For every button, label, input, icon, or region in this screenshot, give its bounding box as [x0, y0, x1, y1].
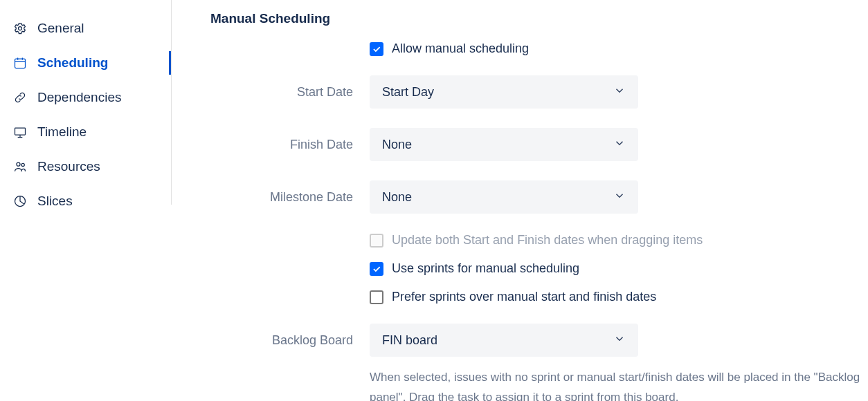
backlog-help-text: When selected, issues with no sprint or … — [370, 368, 868, 401]
start-date-label: Start Date — [210, 85, 370, 100]
link-icon — [12, 90, 28, 105]
milestone-date-label: Milestone Date — [210, 190, 370, 205]
sidebar: General Scheduling Dependencies Timeline… — [0, 0, 172, 205]
sidebar-item-label: General — [37, 21, 84, 36]
chevron-down-icon — [613, 84, 626, 100]
sidebar-item-label: Scheduling — [37, 55, 108, 71]
sidebar-item-label: Dependencies — [37, 90, 121, 105]
pie-icon — [12, 194, 28, 209]
finish-date-label: Finish Date — [210, 138, 370, 152]
svg-point-3 — [17, 162, 20, 166]
chevron-down-icon — [613, 137, 626, 153]
update-both-checkbox — [370, 234, 383, 248]
update-both-label: Update both Start and Finish dates when … — [392, 233, 703, 248]
prefer-sprints-checkbox[interactable] — [370, 290, 383, 304]
sidebar-item-slices[interactable]: Slices — [12, 184, 171, 218]
select-value: None — [382, 190, 412, 205]
chevron-down-icon — [613, 189, 626, 205]
sidebar-item-general[interactable]: General — [12, 11, 171, 46]
timeline-icon — [12, 124, 28, 140]
sidebar-item-dependencies[interactable]: Dependencies — [12, 80, 171, 115]
sidebar-item-label: Resources — [37, 159, 100, 174]
use-sprints-checkbox[interactable] — [370, 262, 383, 276]
select-value: None — [382, 138, 412, 152]
calendar-icon — [12, 55, 28, 71]
finish-date-select[interactable]: None — [370, 128, 638, 161]
svg-point-0 — [19, 27, 22, 30]
sidebar-item-timeline[interactable]: Timeline — [12, 115, 171, 149]
select-value: FIN board — [382, 333, 437, 348]
allow-manual-checkbox[interactable] — [370, 42, 383, 56]
start-date-select[interactable]: Start Day — [370, 75, 638, 109]
svg-rect-2 — [15, 128, 26, 135]
backlog-board-select[interactable]: FIN board — [370, 324, 638, 357]
select-value: Start Day — [382, 85, 434, 100]
users-icon — [12, 159, 28, 174]
sidebar-item-resources[interactable]: Resources — [12, 149, 171, 184]
use-sprints-label[interactable]: Use sprints for manual scheduling — [392, 261, 579, 276]
main-content: Manual Scheduling Allow manual schedulin… — [172, 0, 868, 401]
sidebar-item-scheduling[interactable]: Scheduling — [12, 46, 171, 80]
section-title: Manual Scheduling — [210, 11, 868, 26]
sidebar-item-label: Timeline — [37, 124, 87, 140]
svg-point-4 — [21, 163, 24, 166]
chevron-down-icon — [613, 333, 626, 348]
gear-icon — [12, 21, 28, 36]
allow-manual-label[interactable]: Allow manual scheduling — [392, 41, 529, 56]
backlog-board-label: Backlog Board — [210, 333, 370, 348]
sidebar-item-label: Slices — [37, 194, 73, 209]
milestone-date-select[interactable]: None — [370, 180, 638, 214]
svg-rect-1 — [15, 59, 26, 68]
prefer-sprints-label[interactable]: Prefer sprints over manual start and fin… — [392, 290, 656, 304]
